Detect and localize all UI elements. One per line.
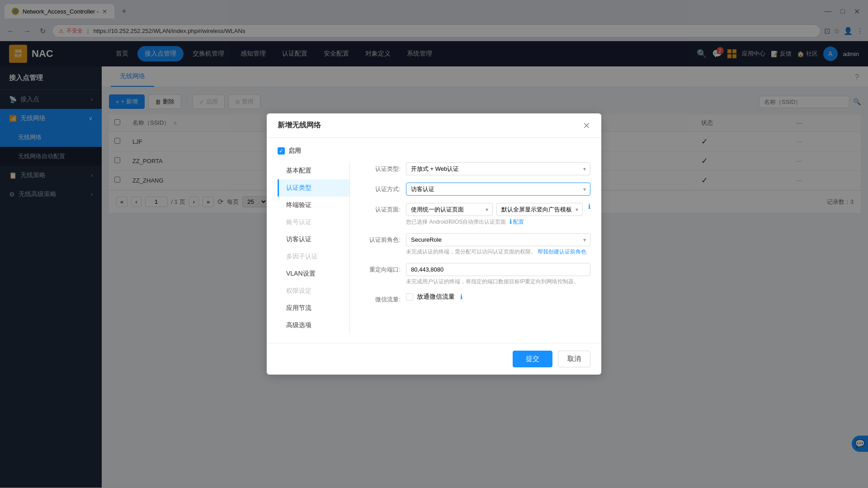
- auth-page-label: 认证页面:: [361, 203, 406, 214]
- auth-page-control: 使用统一的认证页面 默认全屏显示竖向广告模板 ℹ: [406, 203, 590, 226]
- auth-type-control: 开放式 + Web认证: [406, 162, 590, 175]
- submit-btn[interactable]: 提交: [513, 351, 552, 367]
- modal-body: ✓ 启用 基本配置 认证类型 终端验证 账号认证 访客认证 多因子认证 VLAN…: [267, 138, 601, 343]
- wechat-checkbox[interactable]: [406, 293, 413, 300]
- form-row-auth-page: 认证页面: 使用统一的认证页面 默认全屏显示竖向: [361, 203, 590, 226]
- auth-type-select[interactable]: 开放式 + Web认证: [406, 162, 590, 175]
- redirect-port-input[interactable]: [406, 263, 590, 276]
- left-menu-guest[interactable]: 访客认证: [278, 231, 349, 248]
- create-role-link[interactable]: 帮我创建认证前角色: [538, 249, 586, 255]
- redirect-control: 未完成用户认证的终端，将指定的端口数据目标IP重定向到网络控制器。: [406, 263, 590, 286]
- modal-title: 新增无线网络: [278, 121, 321, 130]
- form-row-redirect: 重定向端口: 未完成用户认证的终端，将指定的端口数据目标IP重定向到网络控制器。: [361, 263, 590, 286]
- enable-checkbox[interactable]: ✓: [278, 147, 285, 155]
- left-menu-vlan[interactable]: VLAN设置: [278, 265, 349, 282]
- auth-page-select1-wrapper: 使用统一的认证页面: [406, 203, 493, 216]
- auth-page-select2[interactable]: 默认全屏显示竖向广告模板: [496, 203, 583, 216]
- form-panels: 基本配置 认证类型 终端验证 账号认证 访客认证 多因子认证 VLAN设置 权限…: [278, 162, 590, 334]
- redirect-label: 重定向端口:: [361, 263, 406, 274]
- modal-close-btn[interactable]: ✕: [583, 121, 590, 130]
- auth-type-select-wrapper: 开放式 + Web认证: [406, 162, 590, 175]
- pre-role-label: 认证前角色:: [361, 233, 406, 244]
- auth-page-select2-wrapper: 默认全屏显示竖向广告模板: [496, 203, 583, 216]
- left-menu-basic[interactable]: 基本配置: [278, 162, 349, 179]
- double-select-wrapper: 使用统一的认证页面 默认全屏显示竖向广告模板 ℹ: [406, 203, 590, 216]
- left-menu-permission[interactable]: 权限设定: [278, 282, 349, 300]
- wechat-option-label: 放通微信流量: [417, 293, 455, 301]
- auth-page-select1[interactable]: 使用统一的认证页面: [406, 203, 493, 216]
- pre-role-select-wrapper: SecureRole: [406, 233, 590, 246]
- auth-method-control: 访客认证: [406, 183, 590, 196]
- modal-header: 新增无线网络 ✕: [267, 113, 601, 138]
- left-menu-terminal[interactable]: 终端验证: [278, 197, 349, 214]
- modal-dialog: 新增无线网络 ✕ ✓ 启用 基本配置 认证类型 终端验证 账号认证 访客认证 多…: [267, 113, 601, 375]
- left-menu-auth-type[interactable]: 认证类型: [278, 179, 349, 197]
- enable-row: ✓ 启用: [278, 147, 590, 155]
- right-panel: 认证类型: 开放式 + Web认证 认证方式:: [350, 162, 590, 334]
- android-ios-hint: 您已选择 Android和IOS自动弹出认证页面 ℹ 配置: [406, 218, 590, 226]
- android-info-icon[interactable]: ℹ: [509, 218, 512, 225]
- redirect-hint: 未完成用户认证的终端，将指定的端口数据目标IP重定向到网络控制器。: [406, 278, 590, 286]
- form-row-auth-method: 认证方式: 访客认证: [361, 183, 590, 196]
- left-panel: 基本配置 认证类型 终端验证 账号认证 访客认证 多因子认证 VLAN设置 权限…: [278, 162, 350, 334]
- left-menu-throttle[interactable]: 应用节流: [278, 300, 349, 317]
- modal-footer: 提交 取消: [267, 343, 601, 375]
- auth-method-label: 认证方式:: [361, 183, 406, 193]
- wechat-row-inline: 放通微信流量 ℹ: [406, 293, 590, 301]
- wechat-control: 放通微信流量 ℹ: [406, 293, 590, 301]
- auth-method-select[interactable]: 访客认证: [406, 183, 590, 196]
- pre-role-select[interactable]: SecureRole: [406, 233, 590, 246]
- pre-role-control: SecureRole 未完成认证的终端，需分配可以访问认证页面的权限。 帮我创建…: [406, 233, 590, 256]
- cancel-btn[interactable]: 取消: [558, 351, 590, 367]
- form-row-auth-type: 认证类型: 开放式 + Web认证: [361, 162, 590, 175]
- pre-role-hint: 未完成认证的终端，需分配可以访问认证页面的权限。 帮我创建认证前角色: [406, 248, 590, 256]
- config-link[interactable]: 配置: [513, 219, 524, 225]
- modal-overlay: 新增无线网络 ✕ ✓ 启用 基本配置 认证类型 终端验证 账号认证 访客认证 多…: [0, 0, 868, 488]
- left-menu-advanced[interactable]: 高级选项: [278, 317, 349, 334]
- form-row-wechat: 微信流量: 放通微信流量 ℹ: [361, 293, 590, 304]
- wechat-info-icon[interactable]: ℹ: [460, 293, 462, 300]
- enable-label: 启用: [288, 147, 301, 155]
- wechat-label: 微信流量:: [361, 293, 406, 304]
- auth-type-label: 认证类型:: [361, 162, 406, 173]
- auth-method-select-wrapper: 访客认证: [406, 183, 590, 196]
- left-menu-account[interactable]: 账号认证: [278, 214, 349, 231]
- auth-page-info-icon[interactable]: ℹ: [588, 203, 590, 216]
- form-row-pre-role: 认证前角色: SecureRole 未完成认证的终端，需分配可以访问认证页面的权…: [361, 233, 590, 256]
- left-menu-mfa[interactable]: 多因子认证: [278, 248, 349, 265]
